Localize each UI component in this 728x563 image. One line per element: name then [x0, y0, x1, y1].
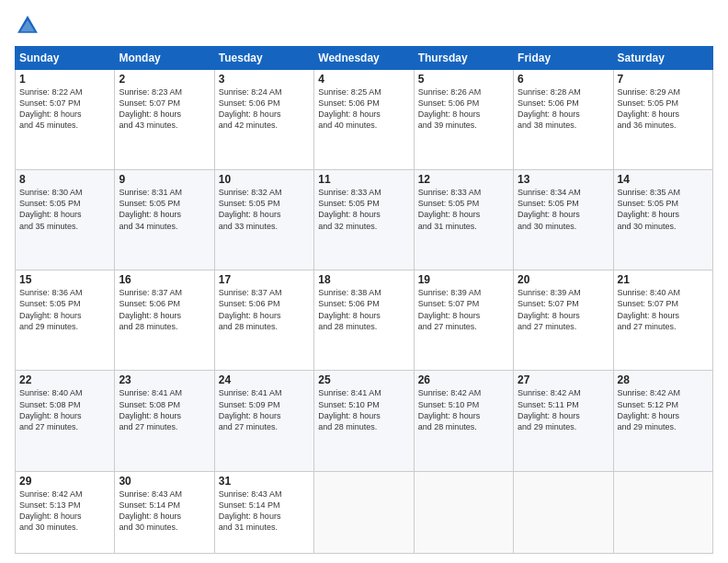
calendar-cell [414, 471, 513, 553]
day-number: 17 [219, 273, 310, 286]
calendar-cell: 12Sunrise: 8:33 AMSunset: 5:05 PMDayligh… [414, 170, 513, 270]
day-number: 3 [219, 73, 310, 86]
calendar-cell: 28Sunrise: 8:42 AMSunset: 5:12 PMDayligh… [613, 371, 712, 471]
calendar-cell: 31Sunrise: 8:43 AMSunset: 5:14 PMDayligh… [214, 471, 313, 553]
day-number: 29 [19, 475, 110, 488]
calendar-table: SundayMondayTuesdayWednesdayThursdayFrid… [15, 46, 713, 554]
calendar-cell [613, 471, 712, 553]
day-number: 7 [618, 73, 709, 86]
cell-details: Sunrise: 8:24 AMSunset: 5:06 PMDaylight:… [219, 86, 310, 132]
calendar-cell: 1Sunrise: 8:22 AMSunset: 5:07 PMDaylight… [16, 70, 115, 170]
cell-details: Sunrise: 8:33 AMSunset: 5:05 PMDaylight:… [418, 187, 509, 232]
calendar-cell: 14Sunrise: 8:35 AMSunset: 5:05 PMDayligh… [613, 170, 712, 270]
col-header-friday: Friday [514, 47, 613, 70]
day-number: 27 [518, 373, 609, 386]
day-number: 30 [119, 475, 210, 488]
col-header-monday: Monday [115, 47, 214, 70]
cell-details: Sunrise: 8:42 AMSunset: 5:13 PMDaylight:… [19, 488, 110, 534]
header [15, 13, 713, 39]
day-number: 26 [418, 373, 509, 386]
cell-details: Sunrise: 8:41 AMSunset: 5:09 PMDaylight:… [219, 387, 310, 432]
day-number: 12 [418, 173, 509, 186]
calendar-week-2: 8Sunrise: 8:30 AMSunset: 5:05 PMDaylight… [16, 170, 713, 270]
calendar-cell [514, 471, 613, 553]
cell-details: Sunrise: 8:30 AMSunset: 5:05 PMDaylight:… [19, 187, 110, 232]
calendar-week-3: 15Sunrise: 8:36 AMSunset: 5:05 PMDayligh… [16, 270, 713, 371]
calendar-cell: 13Sunrise: 8:34 AMSunset: 5:05 PMDayligh… [514, 170, 613, 270]
day-number: 10 [219, 173, 310, 186]
cell-details: Sunrise: 8:41 AMSunset: 5:10 PMDaylight:… [318, 387, 409, 432]
col-header-sunday: Sunday [16, 47, 115, 70]
calendar-cell: 4Sunrise: 8:25 AMSunset: 5:06 PMDaylight… [314, 70, 414, 170]
calendar-cell: 26Sunrise: 8:42 AMSunset: 5:10 PMDayligh… [414, 371, 513, 471]
cell-details: Sunrise: 8:37 AMSunset: 5:06 PMDaylight:… [119, 287, 210, 332]
calendar-cell: 22Sunrise: 8:40 AMSunset: 5:08 PMDayligh… [16, 371, 115, 471]
calendar-cell: 15Sunrise: 8:36 AMSunset: 5:05 PMDayligh… [16, 270, 115, 371]
cell-details: Sunrise: 8:29 AMSunset: 5:05 PMDaylight:… [618, 86, 709, 132]
day-number: 20 [518, 273, 609, 286]
cell-details: Sunrise: 8:31 AMSunset: 5:05 PMDaylight:… [119, 187, 210, 232]
calendar-cell: 18Sunrise: 8:38 AMSunset: 5:06 PMDayligh… [314, 270, 414, 371]
calendar-cell: 20Sunrise: 8:39 AMSunset: 5:07 PMDayligh… [514, 270, 613, 371]
page: SundayMondayTuesdayWednesdayThursdayFrid… [0, 0, 728, 563]
calendar-cell [314, 471, 414, 553]
calendar-cell: 29Sunrise: 8:42 AMSunset: 5:13 PMDayligh… [16, 471, 115, 553]
cell-details: Sunrise: 8:41 AMSunset: 5:08 PMDaylight:… [119, 387, 210, 432]
cell-details: Sunrise: 8:35 AMSunset: 5:05 PMDaylight:… [618, 187, 709, 232]
cell-details: Sunrise: 8:38 AMSunset: 5:06 PMDaylight:… [318, 287, 409, 332]
calendar-cell: 21Sunrise: 8:40 AMSunset: 5:07 PMDayligh… [613, 270, 712, 371]
cell-details: Sunrise: 8:25 AMSunset: 5:06 PMDaylight:… [318, 86, 409, 132]
cell-details: Sunrise: 8:42 AMSunset: 5:11 PMDaylight:… [518, 387, 609, 432]
cell-details: Sunrise: 8:23 AMSunset: 5:07 PMDaylight:… [119, 86, 210, 132]
cell-details: Sunrise: 8:37 AMSunset: 5:06 PMDaylight:… [219, 287, 310, 332]
cell-details: Sunrise: 8:26 AMSunset: 5:06 PMDaylight:… [418, 86, 509, 132]
calendar-cell: 2Sunrise: 8:23 AMSunset: 5:07 PMDaylight… [115, 70, 214, 170]
calendar-week-4: 22Sunrise: 8:40 AMSunset: 5:08 PMDayligh… [16, 371, 713, 471]
calendar-header-row: SundayMondayTuesdayWednesdayThursdayFrid… [16, 47, 713, 70]
day-number: 5 [418, 73, 509, 86]
cell-details: Sunrise: 8:40 AMSunset: 5:08 PMDaylight:… [19, 387, 110, 432]
col-header-tuesday: Tuesday [214, 47, 313, 70]
day-number: 9 [119, 173, 210, 186]
calendar-cell: 7Sunrise: 8:29 AMSunset: 5:05 PMDaylight… [613, 70, 712, 170]
day-number: 22 [19, 373, 110, 386]
col-header-saturday: Saturday [613, 47, 712, 70]
col-header-wednesday: Wednesday [314, 47, 414, 70]
logo [15, 13, 44, 39]
cell-details: Sunrise: 8:43 AMSunset: 5:14 PMDaylight:… [219, 488, 310, 534]
cell-details: Sunrise: 8:42 AMSunset: 5:12 PMDaylight:… [618, 387, 709, 432]
day-number: 15 [19, 273, 110, 286]
day-number: 1 [19, 73, 110, 86]
cell-details: Sunrise: 8:39 AMSunset: 5:07 PMDaylight:… [418, 287, 509, 332]
day-number: 6 [518, 73, 609, 86]
cell-details: Sunrise: 8:22 AMSunset: 5:07 PMDaylight:… [19, 86, 110, 132]
day-number: 19 [418, 273, 509, 286]
day-number: 14 [618, 173, 709, 186]
day-number: 18 [318, 273, 409, 286]
calendar-cell: 19Sunrise: 8:39 AMSunset: 5:07 PMDayligh… [414, 270, 513, 371]
day-number: 21 [618, 273, 709, 286]
calendar-cell: 10Sunrise: 8:32 AMSunset: 5:05 PMDayligh… [214, 170, 313, 270]
day-number: 24 [219, 373, 310, 386]
cell-details: Sunrise: 8:40 AMSunset: 5:07 PMDaylight:… [618, 287, 709, 332]
day-number: 2 [119, 73, 210, 86]
calendar-cell: 11Sunrise: 8:33 AMSunset: 5:05 PMDayligh… [314, 170, 414, 270]
cell-details: Sunrise: 8:34 AMSunset: 5:05 PMDaylight:… [518, 187, 609, 232]
calendar-cell: 5Sunrise: 8:26 AMSunset: 5:06 PMDaylight… [414, 70, 513, 170]
cell-details: Sunrise: 8:36 AMSunset: 5:05 PMDaylight:… [19, 287, 110, 332]
cell-details: Sunrise: 8:42 AMSunset: 5:10 PMDaylight:… [418, 387, 509, 432]
calendar-body: 1Sunrise: 8:22 AMSunset: 5:07 PMDaylight… [16, 70, 713, 554]
day-number: 16 [119, 273, 210, 286]
calendar-cell: 8Sunrise: 8:30 AMSunset: 5:05 PMDaylight… [16, 170, 115, 270]
calendar-cell: 3Sunrise: 8:24 AMSunset: 5:06 PMDaylight… [214, 70, 313, 170]
day-number: 11 [318, 173, 409, 186]
calendar-cell: 27Sunrise: 8:42 AMSunset: 5:11 PMDayligh… [514, 371, 613, 471]
day-number: 28 [618, 373, 709, 386]
logo-icon [15, 13, 40, 39]
calendar-cell: 16Sunrise: 8:37 AMSunset: 5:06 PMDayligh… [115, 270, 214, 371]
calendar-cell: 9Sunrise: 8:31 AMSunset: 5:05 PMDaylight… [115, 170, 214, 270]
cell-details: Sunrise: 8:28 AMSunset: 5:06 PMDaylight:… [518, 86, 609, 132]
calendar-cell: 25Sunrise: 8:41 AMSunset: 5:10 PMDayligh… [314, 371, 414, 471]
calendar-cell: 6Sunrise: 8:28 AMSunset: 5:06 PMDaylight… [514, 70, 613, 170]
calendar-cell: 30Sunrise: 8:43 AMSunset: 5:14 PMDayligh… [115, 471, 214, 553]
